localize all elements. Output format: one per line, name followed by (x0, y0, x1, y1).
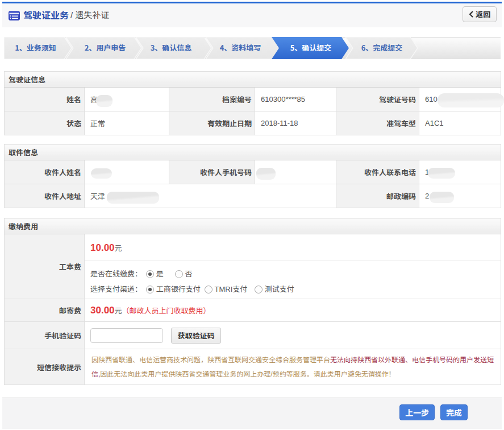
svg-text:2、用户申告: 2、用户申告 (85, 42, 126, 53)
svg-text:5、确认提交: 5、确认提交 (290, 42, 332, 53)
svg-text:1、业务须知: 1、业务须知 (15, 42, 56, 53)
svg-text:3、确认信息: 3、确认信息 (151, 42, 192, 53)
svg-text:6、完成提交: 6、完成提交 (361, 42, 403, 53)
svg-text:4、资料填写: 4、资料填写 (220, 42, 261, 53)
